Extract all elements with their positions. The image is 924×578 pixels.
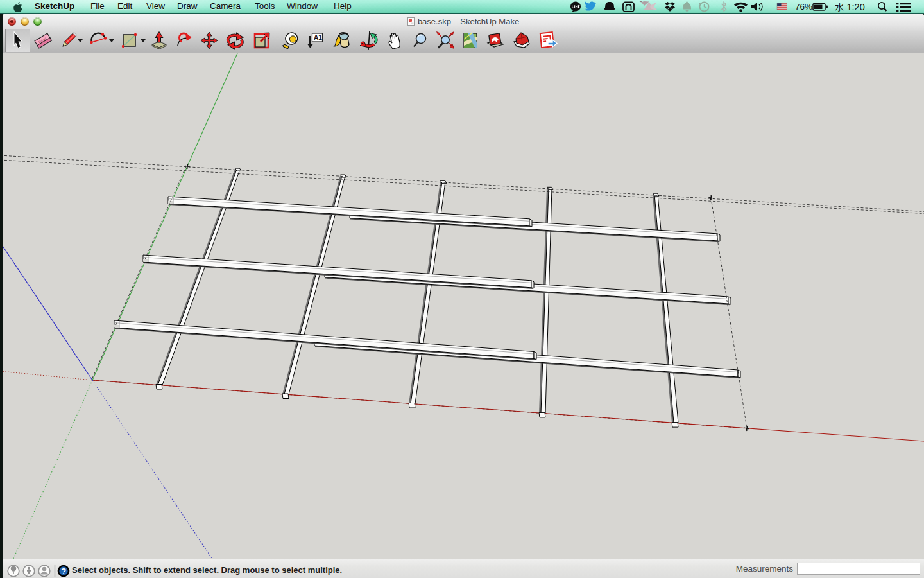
- svg-text:?: ?: [61, 566, 66, 576]
- svg-text:76%: 76%: [795, 2, 812, 12]
- svg-text:水 1:20: 水 1:20: [835, 2, 865, 12]
- svg-text:A1: A1: [314, 34, 322, 41]
